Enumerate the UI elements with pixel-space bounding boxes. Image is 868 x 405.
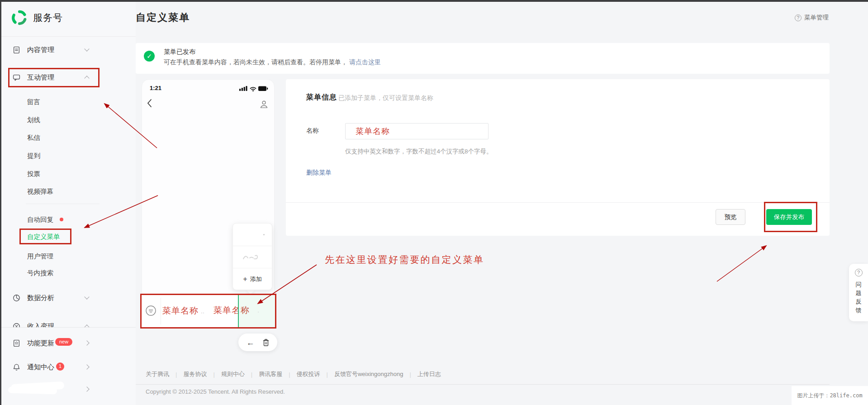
question-circle-icon: ?: [795, 14, 802, 21]
name-rule-hint: 仅支持中英文和数字，字数不超过4个汉字或8个字母。: [345, 148, 493, 156]
disable-menu-link[interactable]: 请点击这里: [349, 58, 381, 66]
chat-bubble-icon: [12, 73, 20, 81]
redacted-account-name: [8, 387, 57, 395]
footer-link[interactable]: 反馈官号weixingongzhong: [334, 370, 403, 378]
sidebar-item-label: 私信: [27, 133, 40, 142]
sidebar-item-user-management[interactable]: 用户管理: [0, 249, 136, 263]
save-publish-button[interactable]: 保存并发布: [766, 209, 812, 225]
name-label: 名称: [306, 127, 319, 135]
sidebar-item-label: 自动回复: [27, 215, 53, 224]
sidebar-item-mentions[interactable]: 提到: [0, 149, 136, 162]
footer-separator: |: [327, 371, 328, 378]
delete-menu-link[interactable]: 删除菜单: [306, 169, 332, 177]
trash-icon[interactable]: [262, 338, 270, 347]
sidebar-item-account[interactable]: [0, 381, 136, 397]
status-time: 1:21: [150, 85, 161, 91]
footer-link[interactable]: 腾讯客服: [259, 370, 282, 378]
banner-body: 可在手机查看菜单内容，若尚未生效，请稍后查看。若停用菜单， 请点击这里: [164, 58, 381, 67]
wifi-icon: [251, 87, 256, 91]
sidebar: 服务号 内容管理 互动管理 留言 划线 私信 提到 投票 视频弹幕 自动回复: [0, 0, 136, 405]
unread-dot: [60, 218, 63, 221]
submenu-popup: + 添加: [232, 223, 272, 290]
preview-button[interactable]: 预览: [716, 209, 745, 225]
banner-body-text: 可在手机查看菜单内容，若尚未生效，请稍后查看。若停用菜单，: [164, 58, 347, 66]
plus-icon: +: [243, 275, 247, 283]
wechat-mp-logo-icon: [12, 10, 27, 25]
panel-divider: [286, 202, 830, 203]
menu-divider: [161, 298, 161, 324]
window-top-edge: [0, 0, 868, 2]
annotation-tip-text: 先在这里设置好需要的自定义菜单: [325, 253, 484, 266]
chevron-up-icon: [84, 76, 89, 81]
feedback-label: 问题反馈: [855, 280, 862, 314]
back-arrow-icon[interactable]: ←: [247, 338, 255, 347]
footer-separator: |: [251, 371, 252, 378]
add-label: 添加: [250, 275, 262, 283]
menu-edit-controls: ←: [238, 334, 277, 351]
signal-icon: [239, 86, 247, 91]
menu-info-panel: 菜单信息 已添加子菜单，仅可设置菜单名称 名称 仅支持中英文和数字，字数不超过4…: [286, 79, 830, 236]
sidebar-item-label: 互动管理: [27, 73, 54, 82]
feedback-widget[interactable]: ? 问题反馈: [849, 264, 868, 321]
document-icon: [12, 46, 20, 54]
footer-link[interactable]: 侵权投诉: [297, 370, 320, 378]
brand-name: 服务号: [33, 11, 63, 24]
sidebar-item-custom-menu[interactable]: 自定义菜单: [0, 230, 136, 243]
sidebar-item-video-danmu[interactable]: 视频弹幕: [0, 185, 136, 198]
submenu-item[interactable]: [233, 246, 272, 268]
chevron-right-icon: [84, 364, 89, 369]
watermark: 图片上传于：28life.com: [792, 386, 868, 405]
sidebar-item-interaction-management[interactable]: 互动管理: [0, 71, 136, 84]
sidebar-bottom-section: 功能更新 new 通知中心 1: [0, 327, 136, 405]
new-badge: new: [55, 338, 72, 346]
footer-link[interactable]: 关于腾讯: [146, 370, 169, 378]
chevron-down-icon: [84, 294, 89, 299]
footer-link[interactable]: 上传日志: [417, 370, 441, 378]
redacted-scribble: [242, 253, 263, 261]
sidebar-item-label: 留言: [27, 98, 40, 106]
submenu-item[interactable]: [233, 224, 272, 246]
sidebar-item-notification-center[interactable]: 通知中心 1: [0, 360, 136, 374]
brand[interactable]: 服务号: [12, 10, 63, 25]
sidebar-item-label: 内容管理: [27, 46, 54, 54]
sidebar-item-private-message[interactable]: 私信: [0, 131, 136, 144]
add-submenu-button[interactable]: + 添加: [233, 268, 272, 290]
status-icons: [239, 85, 268, 92]
published-status-banner: ✓ 菜单已发布 可在手机查看菜单内容，若尚未生效，请稍后查看。若停用菜单， 请点…: [136, 43, 830, 74]
pie-chart-icon: [12, 294, 20, 302]
footer-separator: |: [289, 371, 290, 378]
sidebar-item-account-search[interactable]: 号内搜索: [0, 266, 136, 280]
window-left-edge: [0, 0, 1, 405]
menu-management-help-link[interactable]: ? 菜单管理: [795, 14, 829, 22]
keyboard-toggle-icon[interactable]: [145, 305, 157, 316]
menu-item-3-selected[interactable]: [238, 295, 275, 327]
back-chevron-icon[interactable]: [147, 99, 153, 108]
menu-item-1[interactable]: 菜单名称: [162, 305, 199, 317]
sidebar-item-label: 投票: [27, 170, 40, 178]
sidebar-item-votes[interactable]: 投票: [0, 167, 136, 181]
menu-name-input[interactable]: [345, 123, 489, 139]
footer-separator: |: [213, 371, 214, 378]
notification-count-badge: 1: [56, 362, 64, 371]
sidebar-item-label: 数据分析: [27, 294, 54, 302]
sidebar-item-comments[interactable]: 留言: [0, 95, 136, 109]
footer-separator: |: [409, 371, 411, 378]
redacted-mark: [263, 234, 265, 235]
arrow-to-save-button: [717, 246, 766, 281]
footer-link[interactable]: 服务协议: [183, 370, 207, 378]
sidebar-item-feature-updates[interactable]: 功能更新 new: [0, 336, 136, 350]
redacted-dot: ·: [257, 309, 259, 315]
sidebar-item-data-analytics[interactable]: 数据分析: [0, 291, 136, 305]
help-label: 菜单管理: [804, 14, 829, 22]
sidebar-item-content-management[interactable]: 内容管理: [0, 43, 136, 57]
profile-person-icon[interactable]: [259, 100, 269, 109]
copyright: Copyright © 2012-2025 Tencent. All Right…: [146, 388, 285, 395]
sidebar-item-auto-reply[interactable]: 自动回复: [0, 213, 136, 226]
chevron-right-icon: [84, 340, 89, 345]
wechat-mp-admin: 服务号 内容管理 互动管理 留言 划线 私信 提到 投票 视频弹幕 自动回复: [0, 0, 868, 405]
sidebar-item-label: 划线: [27, 116, 40, 124]
sidebar-item-underline[interactable]: 划线: [0, 113, 136, 127]
banner-title: 菜单已发布: [164, 48, 195, 56]
footer-separator: |: [175, 371, 177, 378]
footer-link[interactable]: 规则中心: [221, 370, 245, 378]
